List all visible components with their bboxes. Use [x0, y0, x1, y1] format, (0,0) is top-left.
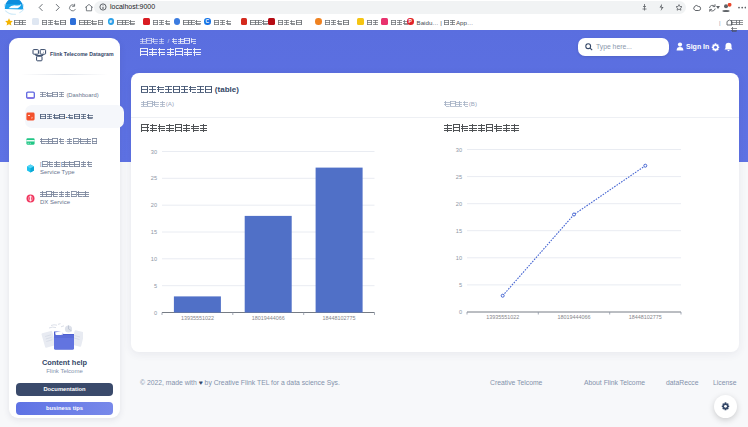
svg-text:0: 0 — [459, 309, 462, 315]
svg-text:18448102775: 18448102775 — [323, 315, 356, 321]
svg-text:0: 0 — [154, 310, 157, 316]
svg-text:10: 10 — [151, 256, 157, 262]
svg-text:13935551022: 13935551022 — [181, 315, 214, 321]
svg-text:13935551022: 13935551022 — [486, 314, 519, 320]
svg-text:18448102775: 18448102775 — [629, 314, 662, 320]
svg-text:20: 20 — [456, 201, 462, 207]
svg-text:15: 15 — [151, 229, 157, 235]
svg-text:30: 30 — [456, 147, 462, 153]
svg-text:10: 10 — [456, 255, 462, 261]
svg-text:15: 15 — [456, 228, 462, 234]
svg-text:25: 25 — [456, 174, 462, 180]
svg-text:18019444066: 18019444066 — [558, 314, 591, 320]
svg-text:5: 5 — [459, 282, 462, 288]
svg-text:20: 20 — [151, 202, 157, 208]
svg-text:18019444066: 18019444066 — [252, 315, 285, 321]
svg-text:5: 5 — [154, 283, 157, 289]
svg-text:30: 30 — [151, 149, 157, 155]
svg-text:25: 25 — [151, 175, 157, 181]
